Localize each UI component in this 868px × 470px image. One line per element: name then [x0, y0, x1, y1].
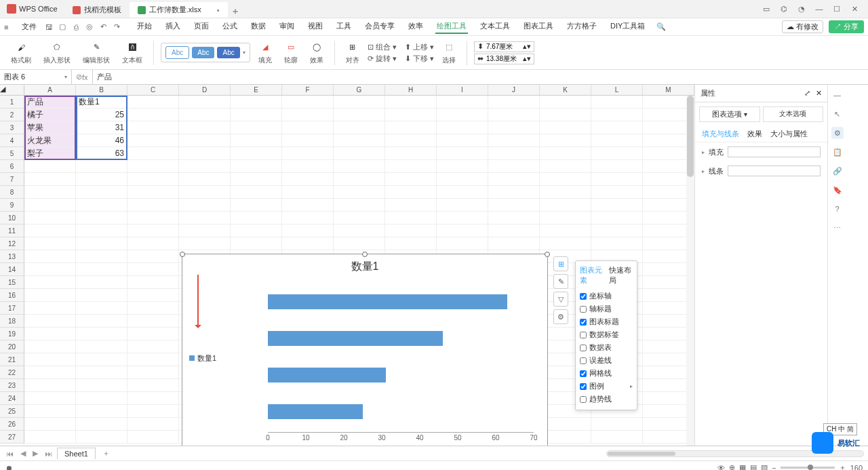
cell[interactable] [488, 96, 540, 109]
cell[interactable] [127, 173, 179, 186]
cell[interactable] [179, 160, 231, 173]
cell[interactable] [76, 405, 127, 418]
row-20[interactable]: 20 [0, 340, 24, 353]
cell[interactable] [282, 237, 334, 250]
cell[interactable] [76, 418, 127, 431]
panel-tab-text[interactable]: 文本选项 [763, 106, 824, 122]
row-5[interactable]: 5 [0, 147, 24, 160]
cell[interactable] [24, 263, 76, 276]
chart-element-option[interactable]: 图表标题 [580, 315, 633, 328]
cell[interactable] [24, 199, 76, 212]
cell[interactable] [540, 199, 591, 212]
cell[interactable] [334, 224, 385, 237]
cell[interactable] [334, 109, 385, 121]
cell[interactable] [591, 160, 643, 173]
tab-tools[interactable]: 工具 [335, 20, 353, 34]
stats-icon[interactable]: ⊕ [729, 463, 735, 470]
cell[interactable] [127, 237, 179, 250]
cell[interactable] [488, 237, 540, 250]
bar[interactable] [268, 294, 507, 309]
row-14[interactable]: 14 [0, 263, 24, 276]
cell[interactable] [179, 237, 231, 250]
chart-element-option[interactable]: 趋势线 [580, 393, 633, 406]
row-27[interactable]: 27 [0, 431, 24, 444]
subtab-effect[interactable]: 效果 [747, 129, 762, 139]
cell[interactable] [282, 134, 334, 147]
more-icon[interactable]: ⋯ [831, 222, 844, 234]
cell[interactable] [24, 328, 76, 340]
cell[interactable] [24, 431, 76, 444]
cell[interactable] [127, 302, 179, 315]
zoom-value[interactable]: 160 [850, 464, 863, 471]
sheet-tab[interactable]: Sheet1 [57, 448, 96, 459]
cell[interactable] [385, 134, 437, 147]
sheet-first[interactable]: ⏮ [4, 450, 16, 458]
cell[interactable] [591, 121, 643, 134]
chart-element-option[interactable]: 轴标题 [580, 302, 633, 315]
cell[interactable] [231, 109, 282, 121]
view-page[interactable]: ▤ [750, 463, 757, 470]
cell[interactable] [76, 353, 127, 366]
fill-select[interactable] [728, 146, 821, 157]
tab-data[interactable]: 数据 [250, 20, 267, 34]
cell[interactable] [179, 134, 231, 147]
cell[interactable] [282, 147, 334, 160]
pin-icon[interactable]: ▭ [761, 3, 772, 14]
formula-input[interactable]: 产品 [93, 72, 868, 82]
row-18[interactable]: 18 [0, 315, 24, 328]
cell[interactable]: 梨子 [24, 147, 76, 160]
align-menu[interactable]: ⊞对齐 [342, 41, 363, 65]
cell[interactable] [282, 109, 334, 121]
cell[interactable] [488, 173, 540, 186]
select-menu[interactable]: ⬚选择 [438, 41, 460, 65]
undo-icon[interactable]: ↶ [98, 22, 108, 33]
tab-diy[interactable]: DIY工具箱 [609, 20, 646, 34]
line-section[interactable]: ▸线条 [695, 161, 827, 180]
chart-element-option[interactable]: 数据标签 [580, 328, 633, 341]
row-17[interactable]: 17 [0, 302, 24, 315]
tab-text[interactable]: 文本工具 [479, 20, 511, 34]
line-select[interactable] [728, 165, 821, 176]
height-field[interactable]: ⬍ ▴▾ [474, 41, 534, 52]
fill-menu[interactable]: ◢填充 [254, 41, 276, 65]
new-tab-button[interactable]: ＋ [228, 5, 243, 18]
chart-settings-button[interactable]: ⚙ [553, 309, 568, 324]
cell[interactable] [24, 405, 76, 418]
fill-section[interactable]: ▸填充 [695, 142, 827, 161]
cell[interactable] [24, 173, 76, 186]
subtab-size[interactable]: 大小与属性 [770, 129, 808, 139]
cell[interactable] [540, 121, 591, 134]
cell[interactable] [127, 340, 179, 353]
cell[interactable] [385, 173, 437, 186]
cell[interactable] [437, 212, 488, 224]
print-icon[interactable]: ⎙ [71, 22, 81, 33]
cell[interactable] [231, 212, 282, 224]
tab-page[interactable]: 页面 [193, 20, 210, 34]
cell[interactable] [231, 224, 282, 237]
chart-legend[interactable]: 数量1 [189, 277, 227, 439]
cell[interactable] [76, 315, 127, 328]
row-10[interactable]: 10 [0, 212, 24, 224]
cell[interactable] [540, 237, 591, 250]
cell[interactable] [540, 224, 591, 237]
panel-pin-icon[interactable]: ⤢ [804, 89, 810, 97]
cell[interactable] [540, 134, 591, 147]
cell[interactable] [591, 237, 643, 250]
tab-insert[interactable]: 插入 [164, 20, 182, 34]
cell[interactable] [591, 186, 643, 199]
cell[interactable] [179, 186, 231, 199]
row-19[interactable]: 19 [0, 328, 24, 340]
cell[interactable] [385, 237, 437, 250]
apps-icon[interactable]: ⌬ [778, 3, 789, 14]
search-icon[interactable]: 🔍 [656, 22, 667, 33]
modified-button[interactable]: ☁ 有修改 [782, 20, 823, 33]
tab-drawing[interactable]: 绘图工具 [435, 20, 468, 34]
view-break[interactable]: ▧ [761, 463, 768, 470]
row-2[interactable]: 2 [0, 109, 24, 121]
cell[interactable] [282, 121, 334, 134]
insert-shape[interactable]: ⬠插入形状 [39, 41, 75, 65]
cell[interactable] [127, 418, 179, 431]
cell[interactable] [24, 250, 76, 263]
save-icon[interactable]: 🖫 [43, 22, 54, 33]
moveup-menu[interactable]: ⬆ 上移 ▾ [405, 42, 434, 52]
